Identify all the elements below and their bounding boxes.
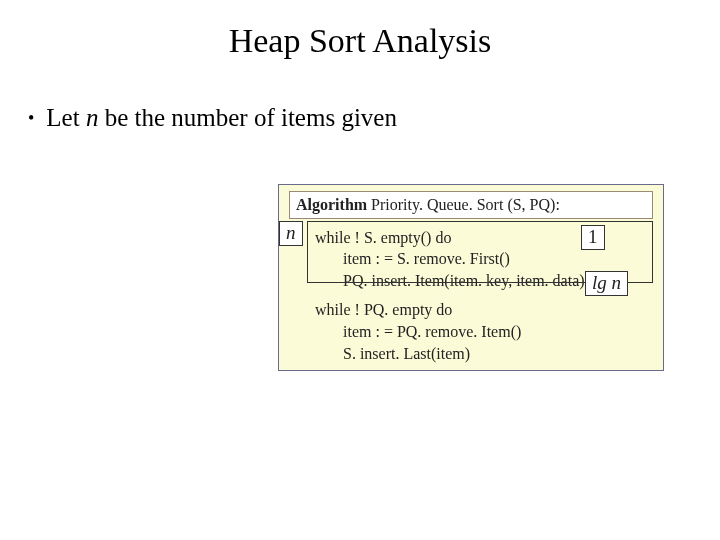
loop2-while: while ! PQ. empty do [287,299,655,321]
bullet-var: n [86,104,99,131]
bullet-suffix: be the number of items given [98,104,397,131]
annotation-lgn: lg n [585,271,628,296]
algorithm-block: Algorithm Priority. Queue. Sort (S, PQ):… [278,184,664,371]
bullet-dot-icon: • [28,108,34,129]
loop2-line2: S. insert. Last(item) [287,343,655,365]
algorithm-box: Algorithm Priority. Queue. Sort (S, PQ):… [278,184,664,371]
annotation-1: 1 [581,225,605,250]
bullet-prefix: Let [46,104,86,131]
bullet-line: • Let n be the number of items given [28,104,720,132]
loop2-line1: item : = PQ. remove. Item() [287,321,655,343]
annotation-n: n [279,221,303,246]
annotation-lgn-text: lg n [592,272,621,293]
algorithm-header: Algorithm Priority. Queue. Sort (S, PQ): [289,191,653,219]
slide-title: Heap Sort Analysis [0,22,720,60]
algorithm-signature: Priority. Queue. Sort (S, PQ): [371,196,560,213]
algorithm-keyword: Algorithm [296,196,367,213]
